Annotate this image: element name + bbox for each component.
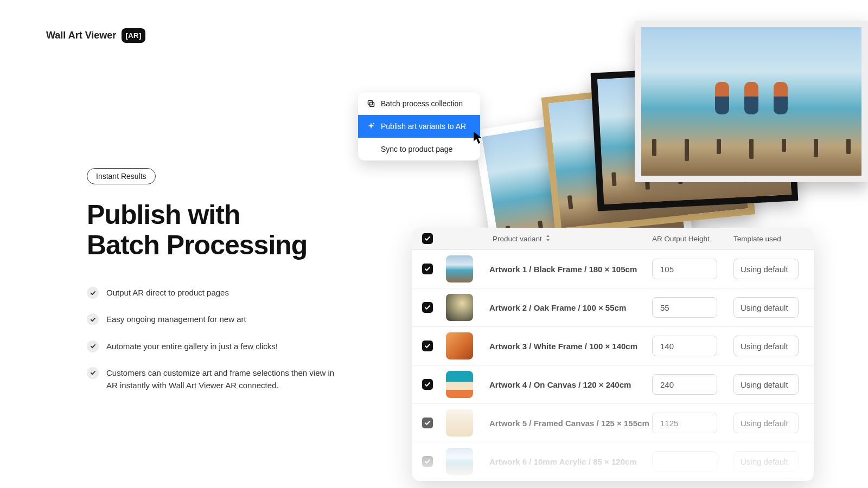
table-row: Artwork 5 / Framed Canvas / 125 × 155cm … (412, 404, 814, 442)
variant-name: Artwork 2 / Oak Frame / 100 × 55cm (480, 303, 652, 312)
row-checkbox[interactable] (422, 341, 433, 351)
artwork-thumbnail (446, 448, 473, 475)
svg-rect-1 (370, 102, 374, 107)
check-icon (87, 341, 99, 352)
hero-bullet: Automate your entire gallery in just a f… (87, 340, 347, 352)
svg-point-2 (373, 123, 374, 124)
template-select[interactable]: Using default (733, 413, 799, 433)
select-all-checkbox[interactable] (422, 233, 433, 244)
brand-name: Wall Art Viewer (46, 30, 116, 41)
row-checkbox[interactable] (422, 264, 433, 274)
frame-silver (635, 21, 868, 182)
artwork-thumbnail (446, 294, 473, 321)
template-select[interactable]: Using default (733, 374, 799, 395)
check-icon (87, 367, 99, 379)
variant-name: Artwork 5 / Framed Canvas / 125 × 155cm (480, 419, 652, 428)
ar-height-input[interactable] (652, 336, 717, 356)
variant-name: Artwork 6 / 10mm Acrylic / 85 × 120cm (480, 457, 652, 466)
table-row: Artwork 3 / White Frame / 100 × 140cm Us… (412, 327, 814, 365)
ar-height-input[interactable] (652, 413, 717, 433)
brand-logo: Wall Art Viewer [AR] (46, 28, 145, 43)
variant-name: Artwork 3 / White Frame / 100 × 140cm (480, 342, 652, 351)
template-select[interactable]: Using default (733, 297, 799, 318)
hero-headline: Publish withBatch Processing (87, 200, 347, 260)
stack-icon (367, 99, 375, 108)
hero-copy: Instant Results Publish withBatch Proces… (87, 168, 347, 406)
variant-name: Artwork 4 / On Canvas / 120 × 240cm (480, 380, 652, 389)
col-header-height: AR Output Height (652, 235, 733, 243)
ar-height-input[interactable] (652, 259, 717, 279)
artwork-thumbnail (446, 255, 473, 282)
variant-table: Product variant AR Output Height Templat… (412, 228, 814, 481)
hero-pill: Instant Results (87, 168, 156, 184)
ar-height-input[interactable] (652, 374, 717, 395)
template-select[interactable]: Using default (733, 451, 799, 472)
row-checkbox[interactable] (422, 456, 433, 467)
brand-badge: [AR] (122, 28, 145, 43)
table-row: Artwork 1 / Black Frame / 180 × 105cm Us… (412, 250, 814, 288)
artwork-thumbnail (446, 371, 473, 398)
menu-item[interactable]: Batch process collection (358, 92, 480, 115)
svg-rect-0 (368, 101, 373, 105)
table-row: Artwork 4 / On Canvas / 120 × 240cm Usin… (412, 365, 814, 404)
row-checkbox[interactable] (422, 379, 433, 390)
art-preview-stack (472, 16, 819, 233)
template-select[interactable]: Using default (733, 336, 799, 356)
hero-bullet: Customers can customize art and frame se… (87, 367, 347, 392)
table-row: Artwork 2 / Oak Frame / 100 × 55cm Using… (412, 288, 814, 327)
artwork-thumbnail (446, 409, 473, 436)
hero-bullets: Output AR direct to product pages Easy o… (87, 286, 347, 391)
ar-height-input[interactable] (652, 297, 717, 318)
menu-item[interactable]: Sync to product page (358, 138, 480, 160)
table-row: Artwork 6 / 10mm Acrylic / 85 × 120cm Us… (412, 442, 814, 481)
cursor-icon (473, 131, 485, 146)
hero-bullet: Easy ongoing management for new art (87, 313, 347, 325)
ar-height-input[interactable] (652, 451, 717, 472)
artwork-thumbnail (446, 332, 473, 359)
context-menu: Batch process collection Publish art var… (358, 92, 480, 160)
row-checkbox[interactable] (422, 302, 433, 313)
sparkle-icon (367, 122, 375, 131)
variant-name: Artwork 1 / Black Frame / 180 × 105cm (480, 265, 652, 274)
menu-item[interactable]: Publish art variants to AR (358, 115, 480, 138)
check-icon (87, 313, 99, 325)
col-header-variant[interactable]: Product variant (446, 234, 652, 243)
check-icon (87, 287, 99, 299)
col-header-template: Template used (733, 235, 804, 243)
hero-bullet: Output AR direct to product pages (87, 286, 347, 299)
template-select[interactable]: Using default (733, 259, 799, 279)
row-checkbox[interactable] (422, 418, 433, 428)
table-header: Product variant AR Output Height Templat… (412, 228, 814, 250)
sort-icon (545, 234, 551, 243)
